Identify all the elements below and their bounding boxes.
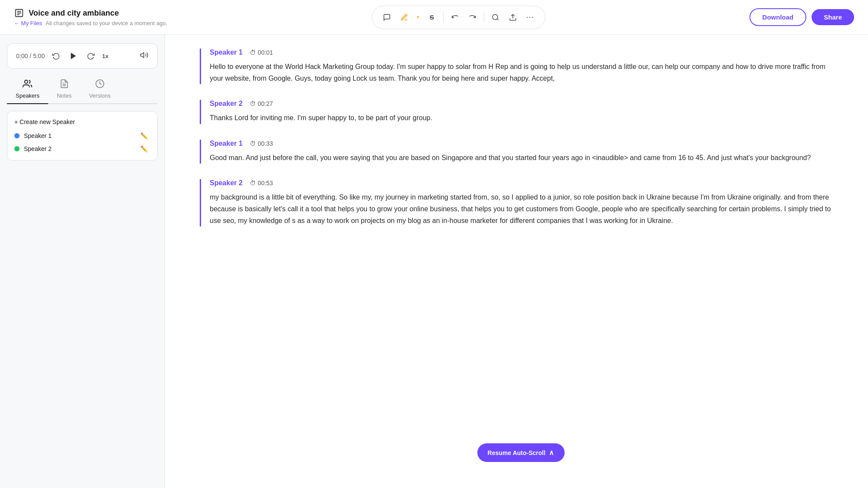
- toolbar-divider-2: [484, 12, 484, 23]
- svg-point-4: [492, 14, 498, 20]
- main-layout: 0:00 / 5:00 1x: [0, 35, 868, 488]
- versions-icon: [95, 79, 105, 91]
- speaker1-edit-button[interactable]: ✏️: [138, 131, 150, 140]
- auto-scroll-label: Resume Auto-Scroll: [488, 449, 545, 456]
- segment-speaker-4: Speaker 2: [210, 179, 243, 187]
- pen-button[interactable]: [396, 10, 412, 25]
- audio-player: 0:00 / 5:00 1x: [7, 43, 158, 69]
- segment-speaker-2: Speaker 2: [210, 100, 243, 108]
- timestamp-value-2: 00:27: [258, 100, 273, 107]
- volume-button[interactable]: [140, 51, 149, 62]
- pen-dropdown[interactable]: ▾: [414, 10, 422, 25]
- redo-button[interactable]: [465, 10, 480, 25]
- create-speaker-button[interactable]: + Create new Speaker: [14, 118, 75, 125]
- tab-notes[interactable]: Notes: [48, 75, 80, 104]
- transcript-segment-4: Speaker 2 ⏱ 00:53 my background is a lit…: [200, 179, 833, 227]
- tab-speakers[interactable]: Speakers: [7, 75, 48, 104]
- clock-icon-1: ⏱: [250, 49, 256, 56]
- segment-timestamp-1: ⏱ 00:01: [250, 49, 273, 56]
- speaker-list: Speaker 1 ✏️ Speaker 2 ✏️: [14, 131, 150, 153]
- segment-header-3: Speaker 1 ⏱ 00:33: [210, 140, 833, 147]
- tab-versions[interactable]: Versions: [80, 75, 119, 104]
- speakers-icon: [23, 79, 32, 91]
- play-button[interactable]: [67, 50, 79, 62]
- svg-point-9: [25, 80, 28, 83]
- segment-speaker-1: Speaker 1: [210, 49, 243, 56]
- speaker-panel: + Create new Speaker Speaker 1 ✏️ Speake…: [7, 111, 158, 160]
- player-time: 0:00 / 5:00: [16, 52, 45, 59]
- notes-icon: [59, 79, 69, 91]
- svg-marker-7: [71, 53, 76, 59]
- undo-button[interactable]: [447, 10, 463, 25]
- download-button[interactable]: Download: [749, 8, 807, 26]
- clock-icon-3: ⏱: [250, 140, 256, 147]
- share-button[interactable]: Share: [812, 9, 854, 25]
- transcript-segment-3: Speaker 1 ⏱ 00:33 Good man. And just bef…: [200, 140, 833, 164]
- transcript-segment-1: Speaker 1 ⏱ 00:01 Hello to everyone at t…: [200, 49, 833, 84]
- strikethrough-button[interactable]: S: [424, 10, 440, 25]
- segment-timestamp-3: ⏱ 00:33: [250, 140, 273, 147]
- segment-header-1: Speaker 1 ⏱ 00:01: [210, 49, 833, 56]
- timestamp-value-3: 00:33: [258, 140, 273, 147]
- timestamp-value-1: 00:01: [258, 49, 273, 56]
- more-button[interactable]: ···: [522, 10, 538, 25]
- speaker2-name: Speaker 2: [24, 145, 133, 152]
- back-link[interactable]: ← My Files: [14, 20, 42, 26]
- doc-title: Voice and city ambiance: [29, 9, 119, 18]
- file-icon: [14, 8, 24, 18]
- upload-button[interactable]: [505, 10, 521, 25]
- auto-scroll-button[interactable]: Resume Auto-Scroll ∧: [477, 443, 564, 462]
- sidebar: 0:00 / 5:00 1x: [0, 35, 165, 488]
- clock-icon-2: ⏱: [250, 100, 256, 107]
- speaker-item: Speaker 1 ✏️: [14, 131, 150, 140]
- speaker2-edit-button[interactable]: ✏️: [138, 144, 150, 153]
- speaker2-dot: [14, 146, 20, 151]
- header-right: Download Share: [749, 8, 854, 26]
- speaker1-name: Speaker 1: [24, 132, 133, 139]
- segment-text-2: Thanks Lord for inviting me. I'm super h…: [210, 112, 833, 124]
- transcript-segment-2: Speaker 2 ⏱ 00:27 Thanks Lord for inviti…: [200, 100, 833, 124]
- header: Voice and city ambiance ← My Files All c…: [0, 0, 868, 35]
- rewind-button[interactable]: [50, 50, 62, 62]
- tab-notes-label: Notes: [57, 92, 72, 99]
- title-row: Voice and city ambiance: [14, 8, 167, 18]
- toolbar-divider-1: [443, 12, 444, 23]
- autosave-status: All changes saved to your device a momen…: [46, 20, 167, 26]
- comment-button[interactable]: [379, 10, 395, 25]
- chevron-up-icon: ∧: [549, 449, 554, 457]
- svg-marker-8: [141, 52, 144, 58]
- segment-timestamp-2: ⏱ 00:27: [250, 100, 273, 107]
- forward-button[interactable]: [85, 50, 97, 62]
- speed-button[interactable]: 1x: [102, 53, 108, 59]
- search-button[interactable]: [488, 10, 503, 25]
- segment-header-4: Speaker 2 ⏱ 00:53: [210, 179, 833, 187]
- segment-text-3: Good man. And just before the call, you …: [210, 152, 833, 164]
- toolbar: ▾ S ·: [372, 6, 545, 29]
- segment-timestamp-4: ⏱ 00:53: [250, 180, 273, 187]
- segment-speaker-3: Speaker 1: [210, 140, 243, 147]
- header-left: Voice and city ambiance ← My Files All c…: [14, 8, 167, 26]
- transcript-area: Speaker 1 ⏱ 00:01 Hello to everyone at t…: [165, 35, 868, 488]
- svg-line-5: [497, 19, 498, 20]
- segment-text-1: Hello to everyone at the World Hack Mark…: [210, 61, 833, 84]
- sidebar-tabs: Speakers Notes: [7, 75, 158, 104]
- segment-header-2: Speaker 2 ⏱ 00:27: [210, 100, 833, 108]
- breadcrumb: ← My Files All changes saved to your dev…: [14, 20, 167, 26]
- speaker1-dot: [14, 133, 20, 138]
- timestamp-value-4: 00:53: [258, 180, 273, 187]
- speaker-item: Speaker 2 ✏️: [14, 144, 150, 153]
- segment-text-4: my background is a little bit of everyth…: [210, 191, 833, 227]
- clock-icon-4: ⏱: [250, 180, 256, 187]
- tab-speakers-label: Speakers: [16, 92, 40, 99]
- tab-versions-label: Versions: [89, 92, 111, 99]
